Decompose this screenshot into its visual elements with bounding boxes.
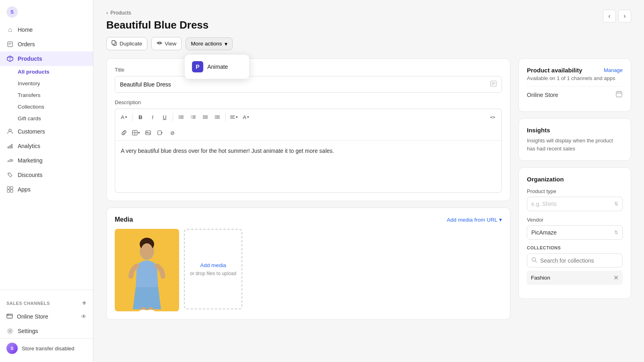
animate-icon: P (192, 61, 203, 72)
svg-marker-55 (161, 132, 163, 134)
svg-rect-64 (616, 92, 622, 97)
media-card: Media Add media from URL ▾ (106, 208, 510, 320)
page-navigation: ‹ › (603, 10, 631, 23)
more-actions-dropdown: P Animate (185, 55, 249, 79)
sidebar-sub-all-products[interactable]: All products (0, 66, 93, 78)
svg-marker-41 (203, 117, 204, 118)
insights-title: Insights (527, 127, 623, 134)
org-title: Organization (527, 176, 623, 183)
vendor-value: PicAmaze (531, 229, 557, 236)
insights-text: Insights will display when the product h… (527, 137, 623, 152)
breadcrumb[interactable]: ‹ Products (106, 10, 631, 16)
view-button[interactable]: View (151, 37, 182, 50)
product-image-box[interactable] (115, 229, 179, 311)
more-actions-button[interactable]: More actions ▾ (186, 37, 232, 50)
vendor-select[interactable]: PicAmaze ⇅ (527, 225, 623, 240)
video-button[interactable] (155, 127, 166, 138)
editor-toolbar: A▾ B I U (115, 109, 502, 125)
text-color-dropdown[interactable]: A ▾ (240, 111, 252, 123)
editor-body[interactable]: A very beautiful blue dress over for the… (115, 140, 502, 193)
channel-row: Online Store (527, 86, 623, 103)
svg-text:3: 3 (191, 117, 192, 119)
indent-increase-button[interactable] (212, 111, 223, 123)
breadcrumb-arrow: ‹ (106, 10, 108, 16)
italic-button[interactable]: I (147, 111, 158, 123)
manage-button[interactable]: Manage (604, 67, 623, 73)
discounts-icon (6, 171, 14, 179)
sidebar-item-settings[interactable]: Settings (0, 324, 93, 338)
font-dropdown[interactable]: A▾ (118, 111, 130, 123)
sidebar-sub-inventory[interactable]: Inventory (0, 78, 93, 89)
link-button[interactable] (118, 127, 130, 138)
clear-format-button[interactable]: ⊘ (167, 127, 178, 138)
table-dropdown[interactable]: ▾ (130, 127, 142, 138)
search-icon (531, 257, 537, 264)
sidebar-item-analytics[interactable]: Analytics (0, 139, 93, 153)
calendar-icon[interactable] (615, 90, 623, 99)
svg-point-10 (11, 160, 13, 161)
sidebar-sub-gift-cards[interactable]: Gift cards (0, 113, 93, 124)
apps-icon (6, 186, 14, 193)
svg-point-11 (9, 174, 10, 175)
svg-rect-20 (112, 41, 115, 44)
indent-decrease-button[interactable] (200, 111, 211, 123)
products-icon (6, 55, 14, 62)
source-code-button[interactable]: <> (487, 111, 498, 123)
main-column: Title Beautiful Blue Dress Description (106, 58, 510, 320)
svg-rect-0 (8, 42, 12, 47)
underline-button[interactable]: U (159, 111, 170, 123)
svg-point-6 (9, 129, 11, 132)
sidebar-item-online-store[interactable]: Online Store 👁 (0, 309, 93, 324)
sidebar-item-customers[interactable]: Customers (0, 124, 93, 139)
sidebar-item-marketing[interactable]: Marketing (0, 153, 93, 168)
product-type-select[interactable]: e.g. Shirts ⇅ (527, 197, 623, 211)
add-media-drop-zone[interactable]: Add media or drop files to upload (184, 229, 242, 309)
collections-label: COLLECTIONS (527, 245, 623, 250)
svg-rect-14 (7, 190, 10, 192)
sidebar-item-home[interactable]: ⌂ Home (0, 23, 93, 37)
vendor-select-arrows-icon: ⇅ (614, 230, 618, 235)
title-description-card: Title Beautiful Blue Dress Description (106, 58, 510, 201)
toolbar-sep-3 (225, 113, 226, 121)
list-unordered-button[interactable] (175, 111, 187, 123)
product-type-label: Product type (527, 188, 623, 194)
duplicate-icon (111, 40, 117, 47)
store-logo-icon: S (6, 6, 18, 18)
title-input[interactable]: Beautiful Blue Dress (120, 81, 490, 88)
sidebar-sub-transfers[interactable]: Transfers (0, 89, 93, 101)
toolbar-sep-1 (132, 113, 132, 121)
collections-search-input[interactable] (540, 257, 618, 264)
list-ordered-button[interactable]: 1 2 3 (188, 111, 199, 123)
main-content: ‹ › ‹ Products Beautiful Blue Dress Dupl… (93, 0, 644, 362)
svg-rect-54 (158, 131, 161, 135)
add-media-link[interactable]: Add media from URL ▾ (447, 216, 502, 223)
eye-icon[interactable]: 👁 (81, 313, 87, 320)
media-title: Media (115, 216, 133, 223)
sidebar-item-products[interactable]: Products (0, 51, 93, 66)
availability-header: Product availability Manage (527, 67, 623, 74)
svg-rect-13 (10, 187, 13, 189)
side-column: Product availability Manage Available on… (518, 58, 631, 320)
sidebar-item-apps[interactable]: Apps (0, 182, 93, 197)
vendor-field: Vendor PicAmaze ⇅ (527, 217, 623, 240)
store-transfer-text: Store transfer disabled (22, 346, 74, 352)
sidebar-sub-collections[interactable]: Collections (0, 101, 93, 113)
sidebar-item-discounts[interactable]: Discounts (0, 168, 93, 182)
prev-page-button[interactable]: ‹ (603, 10, 616, 23)
remove-collection-button[interactable]: ✕ (613, 274, 619, 282)
image-button[interactable] (142, 127, 154, 138)
align-dropdown[interactable]: ▾ (228, 111, 239, 123)
next-page-button[interactable]: › (618, 10, 631, 23)
sidebar-nav: ⌂ Home Orders Products (0, 21, 93, 290)
drop-text: Add media (200, 262, 226, 268)
add-sales-channel-icon[interactable]: + (82, 299, 87, 307)
sidebar-bottom: SALES CHANNELS + Online Store 👁 (0, 290, 93, 362)
svg-line-69 (535, 261, 537, 263)
bold-button[interactable]: B (135, 111, 146, 123)
vendor-label: Vendor (527, 217, 623, 223)
duplicate-button[interactable]: Duplicate (106, 37, 147, 50)
breadcrumb-label: Products (110, 10, 131, 16)
animate-action[interactable]: P Animate (187, 57, 247, 76)
sidebar-item-orders[interactable]: Orders (0, 37, 93, 51)
page-actions: Duplicate View More actions ▾ P Animate (106, 37, 631, 50)
